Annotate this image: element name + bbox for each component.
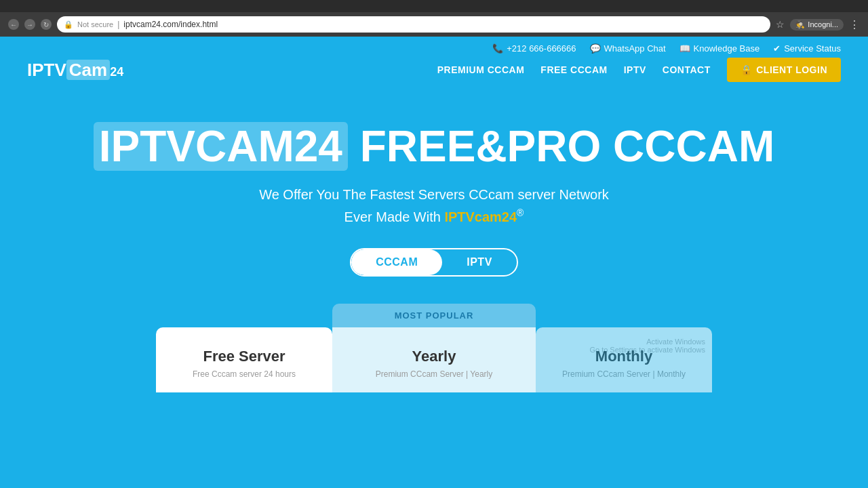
hero-title-part2: FREE&PRO CCCAM [360, 122, 775, 171]
phone-item[interactable]: 📞 +212 666-666666 [492, 43, 576, 54]
nav-premium-cccam[interactable]: PREMIUM CCCAM [437, 64, 525, 75]
lock-icon: 🔒 [64, 20, 73, 29]
monthly-subtitle: Premium CCcam Server | Monthly [556, 369, 692, 379]
url-text: iptvcam24.com/index.html [123, 20, 218, 29]
main-nav: PREMIUM CCCAM FREE CCCAM IPTV CONTACT 🔒 … [437, 58, 841, 82]
whatsapp-icon: 💬 [590, 43, 601, 54]
logo-cam: Cam [66, 60, 110, 80]
hero-reg: ® [517, 207, 524, 218]
whatsapp-item[interactable]: 💬 WhatsApp Chat [590, 43, 666, 54]
card-yearly: MOST POPULAR Yearly Premium CCcam Server… [332, 304, 536, 392]
back-button[interactable]: ← [8, 19, 19, 30]
free-server-card-body: Free Server Free Cccam server 24 hours [156, 327, 332, 392]
hero-subtitle-line1: We Offer You The Fastest Servers CCcam s… [259, 187, 609, 202]
client-login-label: CLIENT LOGIN [756, 64, 827, 75]
yearly-title: Yearly [353, 348, 515, 365]
hero-title: IPTVCAM24 FREE&PRO CCCAM [14, 123, 854, 170]
toggle-container: CCCAM IPTV [14, 248, 854, 277]
card-monthly: Monthly Premium CCcam Server | Monthly A… [536, 327, 712, 392]
hero-title-part1: IPTVCAM24 [94, 122, 348, 171]
toggle-button-group: CCCAM IPTV [350, 248, 518, 277]
cards-section: Free Server Free Cccam server 24 hours M… [14, 304, 854, 392]
browser-top-bar [0, 0, 868, 12]
popular-badge: MOST POPULAR [332, 304, 536, 327]
hero-subtitle: We Offer You The Fastest Servers CCcam s… [14, 184, 854, 228]
forward-button[interactable]: → [24, 19, 35, 30]
monthly-card-body: Monthly Premium CCcam Server | Monthly A… [536, 327, 712, 392]
service-label: Service Status [784, 43, 841, 54]
nav-free-cccam[interactable]: FREE CCCAM [540, 64, 607, 75]
hero-brand: IPTVcam24 [444, 209, 517, 224]
browser-menu-button[interactable]: ⋮ [849, 18, 860, 31]
yearly-subtitle: Premium CCcam Server | Yearly [353, 369, 515, 379]
refresh-button[interactable]: ↻ [41, 19, 52, 30]
free-server-subtitle: Free Cccam server 24 hours [176, 369, 312, 379]
nav-contact[interactable]: CONTACT [663, 64, 711, 75]
incognito-button: 🕵 Incogni... [790, 19, 844, 30]
service-status-item[interactable]: ✔ Service Status [773, 43, 841, 54]
free-server-title: Free Server [176, 348, 312, 365]
address-separator: | [117, 20, 119, 29]
phone-icon: 📞 [492, 43, 503, 54]
browser-actions: ☆ 🕵 Incogni... ⋮ [776, 18, 860, 31]
top-bar: 📞 +212 666-666666 💬 WhatsApp Chat 📖 Know… [0, 37, 868, 58]
knowledge-label: Knowledge Base [694, 43, 760, 54]
browser-chrome: ← → ↻ 🔒 Not secure | iptvcam24.com/index… [0, 12, 868, 37]
website-container: 📞 +212 666-666666 💬 WhatsApp Chat 📖 Know… [0, 37, 868, 488]
whatsapp-label: WhatsApp Chat [604, 43, 666, 54]
not-secure-label: Not secure [77, 20, 113, 28]
incognito-label: Incogni... [808, 20, 838, 28]
knowledge-base-item[interactable]: 📖 Knowledge Base [679, 43, 760, 54]
toggle-cccam[interactable]: CCCAM [351, 249, 442, 275]
logo[interactable]: IPTVCam24 [27, 60, 123, 81]
toggle-iptv[interactable]: IPTV [442, 249, 517, 275]
logo-num: 24 [110, 65, 123, 79]
address-bar[interactable]: 🔒 Not secure | iptvcam24.com/index.html [57, 16, 770, 33]
hero-subtitle-line2: Ever Made With [344, 209, 445, 224]
monthly-title: Monthly [556, 348, 692, 365]
knowledge-icon: 📖 [679, 43, 690, 54]
bookmark-icon[interactable]: ☆ [776, 19, 785, 30]
hero-section: IPTVCAM24 FREE&PRO CCCAM We Offer You Th… [0, 96, 868, 413]
logo-iptv: IPTV [27, 60, 66, 80]
yearly-card-body: Yearly Premium CCcam Server | Yearly [332, 327, 536, 392]
client-login-button[interactable]: 🔒 CLIENT LOGIN [727, 58, 841, 82]
lock-icon: 🔒 [741, 64, 753, 75]
card-free-server: Free Server Free Cccam server 24 hours [156, 327, 332, 392]
service-icon: ✔ [773, 43, 781, 54]
incognito-icon: 🕵 [795, 20, 805, 29]
phone-number: +212 666-666666 [507, 43, 576, 54]
nav-iptv[interactable]: IPTV [624, 64, 646, 75]
header: IPTVCam24 PREMIUM CCCAM FREE CCCAM IPTV … [0, 58, 868, 96]
